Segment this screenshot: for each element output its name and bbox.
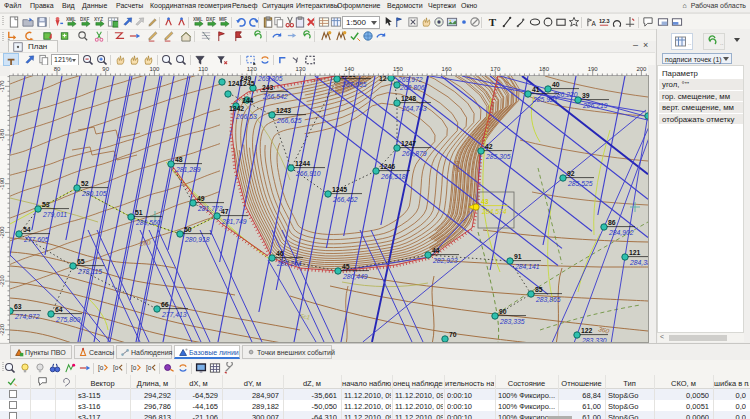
svg-text:42: 42 [485, 143, 493, 150]
svg-text:40: 40 [552, 81, 560, 88]
svg-text:[o: [o [113, 364, 119, 372]
svg-text:266,910: 266,910 [295, 170, 321, 177]
svg-text:284,141: 284,141 [514, 263, 540, 270]
svg-text:280,560: 280,560 [135, 219, 161, 226]
svg-text:269,972: 269,972 [397, 76, 423, 83]
svg-text:268,806: 268,806 [399, 84, 425, 91]
svg-text:277,413: 277,413 [161, 311, 187, 318]
svg-text:266,518: 266,518 [380, 173, 406, 180]
svg-text:39: 39 [582, 92, 590, 99]
svg-text:66: 66 [161, 301, 169, 308]
svg-text:200: 200 [636, 66, 647, 72]
svg-text:90: 90 [499, 308, 507, 315]
svg-text:52: 52 [81, 180, 89, 187]
svg-text:45: 45 [342, 263, 350, 270]
svg-text:46: 46 [276, 250, 284, 257]
svg-text:86: 86 [608, 219, 616, 226]
svg-text:70: 70 [449, 331, 457, 338]
svg-text:281,289: 281,289 [175, 166, 201, 173]
svg-text:249: 249 [240, 75, 252, 82]
svg-text:41: 41 [532, 86, 540, 93]
svg-text:85: 85 [535, 286, 543, 293]
svg-text:275,809: 275,809 [55, 316, 81, 323]
svg-text:91: 91 [514, 253, 522, 260]
svg-text:269,305: 269,305 [257, 75, 283, 82]
svg-text:63: 63 [14, 303, 22, 310]
svg-text:180: 180 [539, 66, 550, 72]
svg-text:266,542: 266,542 [262, 93, 288, 100]
svg-text:[o: [o [146, 364, 152, 372]
svg-text:280,105: 280,105 [81, 190, 107, 197]
svg-text:1242: 1242 [229, 105, 244, 112]
svg-text:274,872: 274,872 [14, 313, 40, 320]
svg-text:54: 54 [23, 226, 31, 233]
svg-text:12: 12 [379, 75, 387, 82]
svg-text:267,055: 267,055 [341, 81, 367, 88]
svg-text:-180: -180 [0, 128, 5, 141]
svg-text:53: 53 [42, 201, 50, 208]
svg-text:283,865: 283,865 [535, 296, 561, 303]
svg-text:-220: -220 [0, 323, 5, 336]
svg-text:266,625: 266,625 [276, 117, 302, 124]
svg-text:65: 65 [77, 258, 85, 265]
svg-text:1245: 1245 [332, 186, 347, 193]
svg-text:-190: -190 [0, 177, 5, 190]
svg-text:280: 280 [453, 160, 461, 173]
svg-text:264,743: 264,743 [401, 105, 427, 112]
svg-text:284,902: 284,902 [608, 229, 634, 236]
svg-text:1246: 1246 [380, 163, 395, 170]
svg-text:266,452: 266,452 [332, 196, 358, 203]
svg-text:244: 244 [242, 97, 254, 104]
svg-text:280,449: 280,449 [342, 273, 368, 280]
svg-text:266,53: 266,53 [235, 113, 257, 120]
svg-text:48: 48 [175, 156, 183, 163]
svg-text:170: 170 [490, 66, 501, 72]
svg-text:243: 243 [262, 84, 274, 91]
svg-text:280,264: 280,264 [276, 260, 302, 267]
svg-text:284,381: 284,381 [629, 259, 655, 266]
svg-text:284,574: 284,574 [481, 208, 507, 215]
svg-text:130: 130 [295, 66, 306, 72]
svg-text:44: 44 [432, 247, 440, 254]
svg-text:110: 110 [198, 66, 208, 72]
svg-text:121: 121 [629, 249, 641, 256]
svg-text:49: 49 [197, 195, 205, 202]
svg-text:64: 64 [55, 306, 63, 313]
svg-text:1243: 1243 [276, 107, 291, 114]
svg-text:120: 120 [247, 66, 258, 72]
svg-text:1244: 1244 [295, 160, 310, 167]
svg-text:1247: 1247 [401, 140, 416, 147]
svg-text:140: 140 [344, 66, 355, 72]
svg-text:92: 92 [567, 170, 575, 177]
svg-text:285,305: 285,305 [485, 153, 511, 160]
svg-text:80: 80 [54, 66, 61, 72]
svg-text:47: 47 [221, 208, 229, 215]
svg-text:286,219: 286,219 [582, 102, 608, 109]
svg-text:[o: [o [131, 364, 137, 372]
svg-text:266,879: 266,879 [401, 150, 427, 157]
svg-text:1248: 1248 [401, 95, 416, 102]
svg-text:100: 100 [149, 66, 160, 72]
svg-text:-200: -200 [0, 226, 5, 239]
svg-text:283,335: 283,335 [499, 318, 525, 325]
svg-text:285,525: 285,525 [567, 180, 593, 187]
svg-text:50: 50 [184, 226, 192, 233]
svg-text:90: 90 [102, 66, 109, 72]
svg-text:-170: -170 [0, 80, 5, 93]
svg-text:282,923: 282,923 [432, 257, 458, 264]
svg-text:277,605: 277,605 [23, 236, 49, 243]
svg-text:278,115: 278,115 [77, 268, 102, 275]
svg-text:122: 122 [581, 327, 593, 334]
svg-text:150: 150 [393, 66, 404, 72]
svg-text:281,773: 281,773 [197, 205, 223, 212]
svg-text:-210: -210 [0, 274, 5, 287]
svg-text:160: 160 [442, 66, 453, 72]
svg-text:285,921: 285,921 [532, 96, 558, 103]
svg-text:190: 190 [588, 66, 599, 72]
svg-text:[o: [o [98, 364, 104, 372]
svg-text:281,749: 281,749 [221, 218, 247, 225]
svg-text:43: 43 [481, 198, 489, 205]
svg-text:279,011: 279,011 [42, 211, 67, 218]
svg-text:280,918: 280,918 [184, 236, 210, 243]
svg-text:51: 51 [135, 209, 143, 216]
